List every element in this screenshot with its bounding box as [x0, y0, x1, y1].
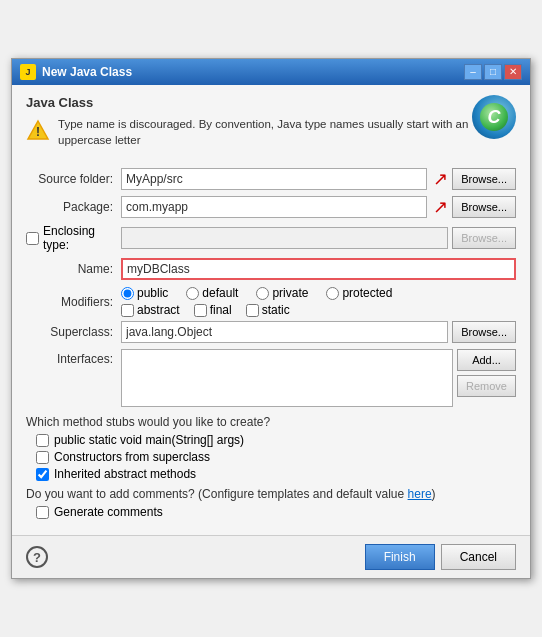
modifier-public-radio[interactable] — [121, 287, 134, 300]
stubs-inherited-label: Inherited abstract methods — [54, 467, 196, 481]
modifier-static-label: static — [262, 303, 290, 317]
warning-text: Type name is discouraged. By convention,… — [58, 116, 472, 148]
footer-buttons: Finish Cancel — [365, 544, 516, 570]
stubs-option1: public static void main(String[] args) — [26, 433, 516, 447]
new-java-class-dialog: J New Java Class – □ ✕ Java Class ! Type — [11, 58, 531, 579]
name-row: Name: — [26, 258, 516, 280]
modifier-protected-radio[interactable] — [326, 287, 339, 300]
modifier-abstract-item: abstract — [121, 303, 180, 317]
stubs-inherited-checkbox[interactable] — [36, 468, 49, 481]
svg-text:!: ! — [36, 125, 40, 139]
interfaces-buttons: Add... Remove — [457, 349, 516, 407]
modifier-public-item: public — [121, 286, 168, 300]
comments-section: Do you want to add comments? (Configure … — [26, 487, 516, 519]
interfaces-content: Add... Remove — [121, 349, 516, 407]
enclosing-type-row: Enclosing type: Browse... — [26, 224, 516, 252]
stubs-option3: Inherited abstract methods — [26, 467, 516, 481]
stubs-main-label: public static void main(String[] args) — [54, 433, 244, 447]
interfaces-row: Interfaces: Add... Remove — [26, 349, 516, 407]
source-folder-arrow: ↗ — [433, 168, 448, 190]
title-bar-left: J New Java Class — [20, 64, 132, 80]
interfaces-label: Interfaces: — [26, 349, 121, 366]
superclass-row: Superclass: Browse... — [26, 321, 516, 343]
package-label: Package: — [26, 200, 121, 214]
modifier-private-radio[interactable] — [256, 287, 269, 300]
dialog-footer: ? Finish Cancel — [12, 535, 530, 578]
stubs-title: Which method stubs would you like to cre… — [26, 415, 516, 429]
comments-question-suffix: ) — [432, 487, 436, 501]
package-row: Package: ↗ Browse... — [26, 196, 516, 218]
modifier-private-label: private — [272, 286, 308, 300]
title-bar: J New Java Class – □ ✕ — [12, 59, 530, 85]
modifiers-label: Modifiers: — [26, 295, 121, 309]
name-input[interactable] — [121, 258, 516, 280]
finish-button[interactable]: Finish — [365, 544, 435, 570]
stubs-option2: Constructors from superclass — [26, 450, 516, 464]
header-row: Java Class ! Type name is discouraged. B… — [26, 95, 516, 158]
title-bar-controls: – □ ✕ — [464, 64, 522, 80]
stubs-constructors-checkbox[interactable] — [36, 451, 49, 464]
modifier-final-checkbox[interactable] — [194, 304, 207, 317]
modifier-static-checkbox[interactable] — [246, 304, 259, 317]
remove-interface-button[interactable]: Remove — [457, 375, 516, 397]
stubs-section: Which method stubs would you like to cre… — [26, 415, 516, 481]
superclass-label: Superclass: — [26, 325, 121, 339]
cancel-button[interactable]: Cancel — [441, 544, 516, 570]
minimize-button[interactable]: – — [464, 64, 482, 80]
modifier-static-item: static — [246, 303, 290, 317]
modifier-final-item: final — [194, 303, 232, 317]
modifiers-radio-row: public default private protected — [121, 286, 516, 300]
eclipse-logo: C — [472, 95, 516, 139]
package-browse-button[interactable]: Browse... — [452, 196, 516, 218]
package-arrow: ↗ — [433, 196, 448, 218]
modifiers-options: public default private protected — [121, 286, 516, 317]
enclosing-type-input[interactable] — [121, 227, 448, 249]
modifier-protected-item: protected — [326, 286, 392, 300]
modifier-default-radio[interactable] — [186, 287, 199, 300]
source-folder-label: Source folder: — [26, 172, 121, 186]
superclass-browse-button[interactable]: Browse... — [452, 321, 516, 343]
section-title: Java Class — [26, 95, 472, 110]
modifier-default-item: default — [186, 286, 238, 300]
maximize-button[interactable]: □ — [484, 64, 502, 80]
generate-comments-label: Generate comments — [54, 505, 163, 519]
eclipse-logo-inner: C — [480, 103, 508, 131]
modifier-abstract-label: abstract — [137, 303, 180, 317]
warning-box: ! Type name is discouraged. By conventio… — [26, 116, 472, 148]
generate-comments-checkbox[interactable] — [36, 506, 49, 519]
interfaces-list[interactable] — [121, 349, 453, 407]
help-button[interactable]: ? — [26, 546, 48, 568]
dialog-icon: J — [20, 64, 36, 80]
superclass-input[interactable] — [121, 321, 448, 343]
dialog-body: Java Class ! Type name is discouraged. B… — [12, 85, 530, 535]
package-input[interactable] — [121, 196, 427, 218]
modifiers-checkbox-row: abstract final static — [121, 303, 516, 317]
enclosing-type-browse-button[interactable]: Browse... — [452, 227, 516, 249]
modifier-public-label: public — [137, 286, 168, 300]
enclosing-type-checkbox[interactable] — [26, 232, 39, 245]
close-button[interactable]: ✕ — [504, 64, 522, 80]
generate-comments-option: Generate comments — [26, 505, 516, 519]
warning-icon: ! — [26, 118, 50, 142]
eclipse-c-letter: C — [488, 108, 501, 126]
source-folder-browse-button[interactable]: Browse... — [452, 168, 516, 190]
comments-here-link[interactable]: here — [408, 487, 432, 501]
modifier-abstract-checkbox[interactable] — [121, 304, 134, 317]
header-left: Java Class ! Type name is discouraged. B… — [26, 95, 472, 158]
add-interface-button[interactable]: Add... — [457, 349, 516, 371]
source-folder-row: Source folder: ↗ Browse... — [26, 168, 516, 190]
modifier-default-label: default — [202, 286, 238, 300]
modifier-protected-label: protected — [342, 286, 392, 300]
dialog-title: New Java Class — [42, 65, 132, 79]
name-label: Name: — [26, 262, 121, 276]
modifier-final-label: final — [210, 303, 232, 317]
enclosing-type-label: Enclosing type: — [43, 224, 113, 252]
modifier-private-item: private — [256, 286, 308, 300]
stubs-main-checkbox[interactable] — [36, 434, 49, 447]
source-folder-input[interactable] — [121, 168, 427, 190]
modifiers-row: Modifiers: public default private — [26, 286, 516, 317]
comments-question-prefix: Do you want to add comments? (Configure … — [26, 487, 408, 501]
stubs-constructors-label: Constructors from superclass — [54, 450, 210, 464]
comments-title: Do you want to add comments? (Configure … — [26, 487, 516, 501]
